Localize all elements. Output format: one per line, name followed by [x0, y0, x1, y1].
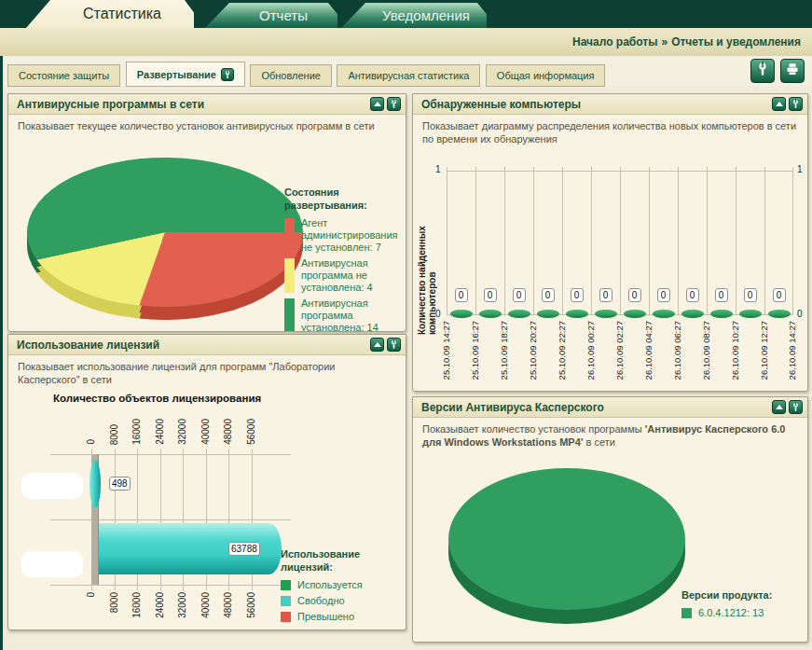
- gridline: [707, 171, 708, 315]
- subtab-label: Антивирусная статистика: [348, 70, 469, 81]
- y-axis-min-label: 0: [435, 309, 441, 319]
- versions-legend: Версии продукта: 6.0.4.1212: 13: [681, 588, 803, 623]
- date-label: 26.10.09 06:27: [672, 321, 682, 380]
- tick-mark: [736, 167, 736, 171]
- date-label: 26.10.09 10:27: [730, 321, 740, 380]
- value-label: 498: [109, 477, 131, 491]
- value-label: 63788: [228, 542, 260, 556]
- tab-reports[interactable]: Отчеты: [205, 3, 337, 28]
- x-tick-label-bottom: 48000: [223, 592, 233, 618]
- date-label: 26.10.09 14:27: [787, 321, 797, 380]
- tab-notifications[interactable]: Уведомления: [341, 3, 487, 28]
- deployment-pie-chart: [14, 128, 322, 320]
- breadcrumb-separator: »: [661, 35, 667, 48]
- legend-swatch: [281, 580, 291, 590]
- value-label: 0: [686, 288, 699, 302]
- legend-swatch: [284, 298, 295, 331]
- y-axis-min-label: 0: [797, 309, 803, 319]
- subtab-update[interactable]: Обновление: [250, 64, 332, 87]
- date-label: 26.10.09 04:27: [643, 321, 654, 380]
- x-tick-label-bottom: 0: [86, 592, 96, 598]
- breadcrumb-home-link[interactable]: Начало работы: [572, 35, 657, 48]
- bar: [768, 310, 791, 318]
- panel-title: Версии Антивируса Касперского: [421, 401, 604, 414]
- value-label: 0: [657, 288, 670, 302]
- subtab-label: Развертывание: [137, 69, 216, 80]
- legend-item: Свободно: [281, 595, 400, 607]
- sub-tab-bar: Состояние защиты Развертывание Обновлени…: [0, 56, 812, 86]
- value-label: 0: [571, 288, 584, 302]
- bar: [479, 310, 502, 318]
- wrench-icon[interactable]: [221, 68, 234, 81]
- tick-mark: [504, 167, 505, 171]
- subtab-antivirus-statistics[interactable]: Антивирусная статистика: [337, 64, 480, 87]
- tab-statistics[interactable]: Статистика: [26, 0, 194, 28]
- row-gridline: [50, 519, 291, 520]
- legend-title: Использование лицензий:: [281, 547, 400, 574]
- up-triangle-icon: [374, 102, 381, 106]
- kaspersky-statistics-page: Отчеты Уведомления Статистика Начало раб…: [0, 0, 812, 650]
- value-label: 0: [599, 288, 612, 302]
- gridline: [736, 171, 736, 315]
- gridline: [562, 171, 563, 315]
- gridline: [620, 171, 621, 315]
- redacted-row-label: [21, 551, 83, 577]
- collapse-button[interactable]: [370, 338, 384, 352]
- collapse-button[interactable]: [772, 97, 786, 111]
- legend-title: Состояния развертывания:: [284, 186, 402, 212]
- settings-button[interactable]: [750, 59, 775, 83]
- gridline: [475, 171, 476, 315]
- panel-settings-button[interactable]: [789, 97, 803, 111]
- bar: [624, 310, 646, 318]
- panel-title: Антивирусные программы в сети: [17, 98, 204, 111]
- date-label: 25.10.09 20:27: [528, 321, 538, 380]
- legend-swatch: [281, 596, 291, 606]
- license-legend: Использование лицензий: ИспользуетсяСвоб…: [281, 547, 400, 627]
- x-tick-label-top: 8000: [109, 424, 119, 445]
- pie-slice: [448, 468, 685, 610]
- x-tick-label-bottom: 40000: [200, 592, 211, 618]
- collapse-button[interactable]: [772, 400, 786, 414]
- panel-settings-button[interactable]: [387, 97, 401, 111]
- x-tick-label-top: 48000: [223, 419, 233, 445]
- tick-mark: [649, 167, 650, 171]
- gridline: [678, 171, 679, 315]
- panel-settings-button[interactable]: [789, 400, 803, 414]
- subtab-label: Обновление: [261, 70, 321, 81]
- print-button[interactable]: [780, 59, 805, 83]
- bar: [739, 310, 762, 318]
- legend-swatch: [284, 218, 295, 253]
- redacted-row-label: [21, 473, 83, 499]
- collapse-button[interactable]: [370, 97, 384, 111]
- x-tick-label-bottom: 8000: [109, 592, 119, 613]
- bar: [537, 310, 559, 318]
- date-label: 26.10.09 08:27: [701, 321, 711, 380]
- subtab-protection-state[interactable]: Состояние защиты: [7, 64, 120, 87]
- bar: [710, 310, 733, 318]
- legend-label: Используется: [297, 579, 363, 591]
- top-tab-bar: Отчеты Уведомления Статистика: [0, 0, 812, 28]
- panel-license-usage: Использование лицензий Показывает исполь…: [7, 334, 406, 630]
- legend-label: Агент администрирования не установлен: 7: [301, 217, 402, 254]
- printer-icon: [785, 62, 800, 80]
- bar: [566, 310, 588, 318]
- bar: [653, 310, 675, 318]
- panel-settings-button[interactable]: [387, 338, 401, 352]
- x-axis-labels: 25.10.09 14:2725.10.09 16:2725.10.09 18:…: [447, 321, 793, 391]
- value-label: 0: [628, 288, 641, 302]
- value-label: 0: [455, 288, 468, 302]
- date-label: 25.10.09 18:27: [499, 321, 509, 380]
- date-label: 26.10.09 00:27: [585, 321, 596, 380]
- legend-label: 6.0.4.1212: 13: [698, 607, 764, 619]
- tick-mark: [620, 167, 621, 171]
- subtab-general-info[interactable]: Общая информация: [486, 64, 606, 87]
- tick-mark: [562, 167, 563, 171]
- x-tick-label-bottom: 56000: [246, 592, 256, 618]
- tick-mark: [591, 167, 592, 171]
- subtab-deployment[interactable]: Развертывание: [126, 62, 245, 87]
- date-label: 25.10.09 16:27: [470, 321, 480, 380]
- wrench-icon: [791, 96, 801, 113]
- legend-swatch: [681, 608, 692, 618]
- deployment-legend: Состояния развертывания: Агент администр…: [284, 186, 402, 331]
- row-gridline: [50, 585, 291, 586]
